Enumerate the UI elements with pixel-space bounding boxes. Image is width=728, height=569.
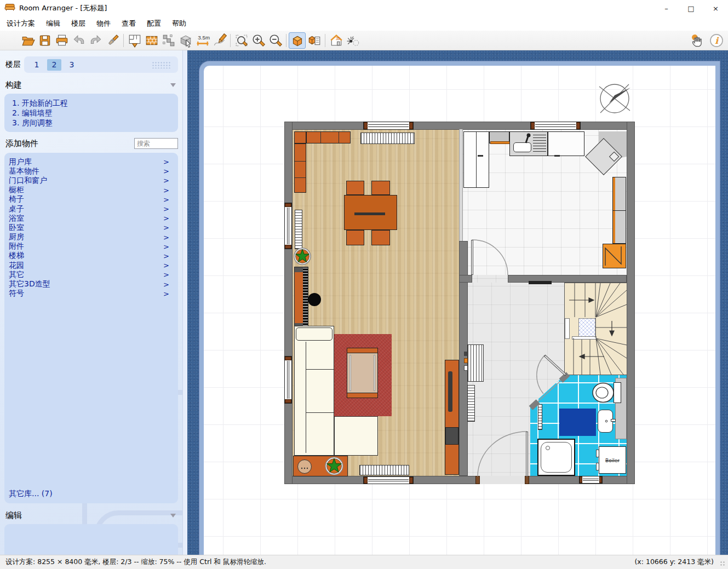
shelf-ladder[interactable]	[295, 210, 302, 249]
radiator-living-bottom[interactable]	[359, 465, 409, 475]
side-table[interactable]	[297, 459, 312, 474]
format-brush-button[interactable]	[104, 32, 121, 49]
build-step-adjust-rooms[interactable]: 3. 房间调整	[12, 118, 178, 128]
category-kitchen[interactable]: 厨房>	[9, 233, 178, 242]
maximize-button[interactable]: □	[679, 0, 703, 16]
menu-floor[interactable]: 楼层	[66, 17, 91, 30]
sink-bowl	[513, 142, 531, 152]
front-door-opening[interactable]	[480, 476, 525, 484]
sofa[interactable]	[294, 326, 334, 456]
undo-button[interactable]	[70, 32, 87, 49]
category-chairs[interactable]: 椅子>	[9, 195, 178, 204]
menu-config[interactable]: 配置	[141, 17, 167, 30]
build-section-header: 构建	[5, 80, 170, 90]
category-garden[interactable]: 花园>	[9, 261, 178, 270]
menu-edit[interactable]: 编辑	[41, 17, 66, 30]
floor-button-3[interactable]: 3	[65, 59, 79, 71]
boiler[interactable]: Boiler	[599, 446, 626, 474]
shower-tray[interactable]	[537, 439, 575, 476]
walls-3d-button[interactable]: 3D	[328, 32, 345, 49]
category-bathroom[interactable]: 浴室>	[9, 214, 178, 223]
window-kitchen-top[interactable]	[530, 122, 581, 130]
print-button[interactable]	[53, 32, 70, 49]
drag-grip-icon[interactable]	[152, 61, 170, 68]
chevron-right-icon: >	[163, 233, 169, 242]
measure-button[interactable]: 3.5m	[194, 32, 211, 49]
plan-canvas[interactable]: Boiler	[187, 50, 728, 555]
category-other-3d[interactable]: 其它3D造型>	[9, 279, 178, 289]
sideboard-top-run[interactable]	[306, 131, 351, 143]
zoom-in-button[interactable]	[250, 32, 267, 49]
toolbar-separator	[286, 34, 286, 47]
pan-hand-button[interactable]	[689, 32, 706, 49]
staircase[interactable]	[564, 283, 627, 375]
floor-plan-button[interactable]	[126, 32, 143, 49]
close-button[interactable]: ×	[703, 0, 728, 16]
dining-chair[interactable]	[346, 230, 364, 245]
window-living-left-upper[interactable]	[284, 203, 292, 249]
kitchen-appliance-orange[interactable]	[603, 244, 626, 268]
menu-object[interactable]: 物件	[91, 17, 116, 30]
bath-mat[interactable]	[559, 409, 596, 436]
category-user-library[interactable]: 用户库>	[9, 157, 178, 166]
radiator-hall[interactable]	[467, 344, 484, 382]
new-document-button[interactable]	[2, 32, 19, 49]
category-stairs[interactable]: 楼梯>	[9, 251, 178, 261]
category-other[interactable]: 其它>	[9, 270, 178, 279]
build-step-edit-walls[interactable]: 2. 编辑墙壁	[12, 108, 178, 118]
sideboard-corner[interactable]	[294, 131, 306, 143]
chaise-ottoman[interactable]	[334, 416, 378, 456]
pick-object-button[interactable]	[177, 32, 194, 49]
kitchen-counter-right[interactable]	[612, 177, 626, 244]
category-basic-objects[interactable]: 基本物件>	[9, 166, 178, 176]
draw-pencil-button[interactable]	[211, 32, 228, 49]
object-list-button[interactable]	[306, 32, 323, 49]
build-step-new-project[interactable]: 1. 开始新的工程	[12, 98, 178, 108]
open-button[interactable]	[19, 32, 36, 49]
window-living-top[interactable]	[363, 122, 414, 130]
search-input[interactable]	[134, 138, 178, 149]
about-info-button[interactable]: i	[708, 32, 725, 49]
radiator-bathroom[interactable]	[538, 404, 542, 430]
menu-help[interactable]: 帮助	[167, 17, 192, 30]
lights-button[interactable]	[345, 32, 362, 49]
kitchen-counter-white[interactable]	[548, 131, 584, 156]
dining-chair[interactable]	[346, 181, 364, 195]
save-button[interactable]	[36, 32, 53, 49]
category-bedroom[interactable]: 卧室>	[9, 223, 178, 232]
category-tables[interactable]: 桌子>	[9, 204, 178, 214]
menu-view[interactable]: 查看	[116, 17, 141, 30]
sideboard-left-run[interactable]	[294, 143, 306, 193]
menu-design[interactable]: 设计方案	[1, 17, 41, 30]
sidebar-splitter[interactable]	[182, 50, 187, 555]
minimize-button[interactable]: –	[654, 0, 679, 16]
category-cabinets[interactable]: 橱柜>	[9, 186, 178, 195]
dining-chair[interactable]	[371, 181, 390, 195]
view-3d-button[interactable]	[289, 32, 306, 49]
redo-button[interactable]	[87, 32, 104, 49]
select-objects-button[interactable]	[160, 32, 177, 49]
window-bathroom[interactable]	[579, 476, 603, 484]
zoom-out-button[interactable]	[267, 32, 284, 49]
media-box[interactable]	[445, 427, 458, 445]
category-symbols[interactable]: 符号>	[9, 289, 178, 298]
radiator-living-top[interactable]	[360, 133, 415, 144]
resize-grip-icon[interactable]	[719, 560, 726, 567]
category-doors-windows[interactable]: 门口和窗户>	[9, 176, 178, 185]
collapse-filter-icon[interactable]	[170, 83, 176, 87]
floor-button-1[interactable]: 1	[30, 59, 44, 71]
bookshelf[interactable]	[294, 267, 308, 329]
coffee-table[interactable]	[347, 348, 378, 398]
floor-button-2-selected[interactable]: 2	[47, 59, 61, 71]
walls-brick-button[interactable]	[143, 32, 160, 49]
towel-ladder-hall[interactable]	[467, 385, 475, 422]
drawing-sheet[interactable]: Boiler	[204, 66, 715, 555]
dining-chair[interactable]	[371, 230, 390, 245]
window-living-bottom[interactable]	[363, 476, 414, 484]
collapse-filter-icon[interactable]	[170, 514, 176, 518]
category-accessories[interactable]: 附件>	[9, 242, 178, 251]
zoom-window-button[interactable]	[233, 32, 250, 49]
toilet-cistern[interactable]	[614, 382, 621, 403]
window-living-left-lower[interactable]	[284, 356, 292, 404]
more-libraries-link[interactable]: 其它库... (7)	[9, 489, 53, 499]
